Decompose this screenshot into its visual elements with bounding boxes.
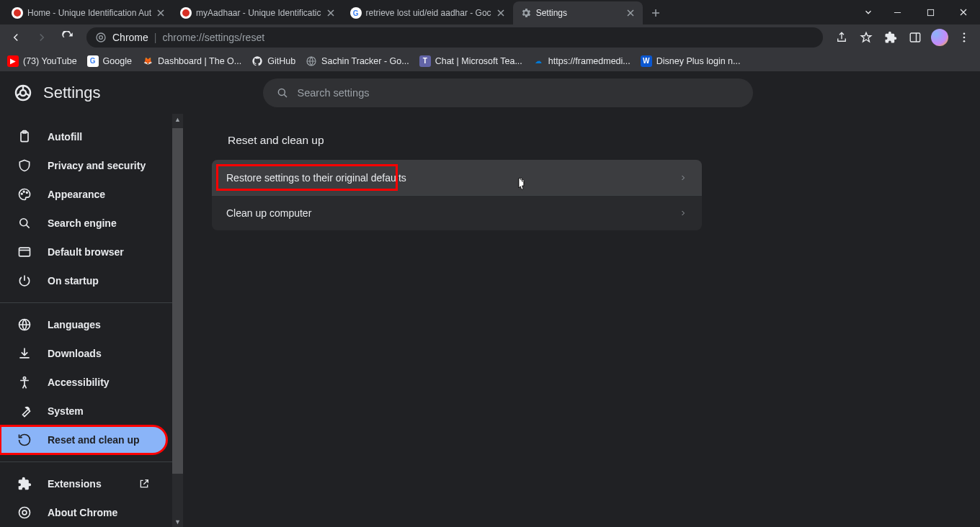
svg-point-20: [19, 508, 30, 518]
settings-header: Settings Search settings: [0, 72, 980, 114]
google-icon: G: [87, 55, 99, 67]
bookmark-item[interactable]: GitHub: [251, 55, 295, 67]
bookmark-favicon: W: [641, 55, 652, 67]
tab-0[interactable]: Home - Unique Identification Aut: [4, 1, 173, 24]
sidebar-item-extensions[interactable]: Extensions: [0, 469, 167, 498]
bookmark-item[interactable]: 🦊Dashboard | The O...: [142, 55, 241, 67]
window-controls: [856, 0, 980, 24]
maximize-button[interactable]: [914, 0, 947, 24]
sidebar-item-autofill[interactable]: Autofill: [0, 122, 167, 151]
bookmark-item[interactable]: GGoogle: [87, 55, 132, 67]
svg-point-15: [27, 192, 28, 194]
svg-point-13: [21, 193, 22, 194]
forward-button[interactable]: [30, 26, 53, 49]
bookmark-item[interactable]: TChat | Microsoft Tea...: [419, 55, 522, 67]
sidebar-item-languages[interactable]: Languages: [0, 310, 167, 339]
browser-icon: [17, 245, 32, 259]
sidebar-item-system[interactable]: System: [0, 397, 167, 425]
tab-title: Settings: [536, 8, 621, 18]
new-tab-button[interactable]: [646, 3, 666, 23]
cloud-icon: ☁: [533, 55, 544, 67]
sidebar-item-reset[interactable]: Reset and clean up: [0, 425, 167, 454]
extensions-icon[interactable]: [879, 26, 902, 49]
row-cleanup-computer[interactable]: Clean up computer: [212, 195, 702, 230]
sidebar-item-privacy[interactable]: Privacy and security: [0, 151, 167, 180]
sidebar-item-on-startup[interactable]: On startup: [0, 266, 167, 295]
search-placeholder: Search settings: [298, 87, 370, 99]
tab-favicon: G: [350, 7, 362, 19]
menu-icon[interactable]: [953, 26, 976, 49]
profile-avatar[interactable]: [928, 26, 951, 49]
scrollbar-track[interactable]: ▲ ▼: [172, 114, 183, 527]
wrench-icon: [17, 404, 32, 418]
tab-1[interactable]: myAadhaar - Unique Identificatic: [173, 1, 342, 24]
url-path: chrome://settings/reset: [162, 32, 264, 43]
svg-point-14: [23, 191, 24, 192]
minimize-button[interactable]: [881, 0, 914, 24]
bookmark-favicon: 🦊: [142, 55, 153, 67]
svg-point-16: [20, 219, 27, 226]
chrome-icon: [17, 505, 32, 520]
teams-icon: T: [419, 55, 431, 67]
close-icon[interactable]: [156, 8, 166, 18]
toolbar: Chrome | chrome://settings/reset: [0, 24, 980, 50]
sidebar-item-downloads[interactable]: Downloads: [0, 339, 167, 368]
section-title: Reset and clean up: [212, 134, 951, 147]
shield-icon: [17, 158, 32, 173]
back-button[interactable]: [4, 26, 27, 49]
bookmark-star-icon[interactable]: [855, 26, 878, 49]
settings-card: Restore settings to their original defau…: [212, 160, 702, 230]
restore-icon: [17, 433, 32, 447]
titlebar: Home - Unique Identification Aut myAadha…: [0, 0, 980, 24]
tab-title: myAadhaar - Unique Identificatic: [196, 8, 321, 18]
tab-2[interactable]: G retrieve lost uid/eid aadhar - Goc: [343, 1, 513, 24]
tab-3-active[interactable]: Settings: [513, 1, 643, 24]
github-icon: [251, 55, 263, 67]
sidepanel-icon[interactable]: [904, 26, 927, 49]
scrollbar-thumb[interactable]: [172, 128, 183, 474]
close-window-button[interactable]: [947, 0, 980, 24]
page-title: Settings: [43, 84, 101, 102]
sidebar-item-accessibility[interactable]: Accessibility: [0, 368, 167, 397]
chrome-icon: [95, 32, 107, 43]
accessibility-icon: [17, 375, 32, 389]
row-restore-defaults[interactable]: Restore settings to their original defau…: [212, 160, 702, 195]
sidebar-item-appearance[interactable]: Appearance: [0, 180, 167, 209]
svg-point-21: [22, 510, 27, 515]
address-bar[interactable]: Chrome | chrome://settings/reset: [86, 27, 823, 48]
scroll-up-arrow[interactable]: ▲: [172, 114, 183, 125]
sidebar-separator: [0, 302, 183, 303]
chevron-right-icon: [679, 174, 687, 182]
close-icon[interactable]: [326, 8, 336, 18]
search-icon: [276, 86, 289, 99]
bookmarks-bar: ▶(73) YouTube GGoogle 🦊Dashboard | The O…: [0, 50, 980, 72]
scroll-down-arrow[interactable]: ▼: [172, 516, 183, 527]
search-icon: [17, 216, 32, 230]
clipboard-icon: [17, 130, 32, 144]
bookmark-item[interactable]: Sachin Tracker - Go...: [306, 55, 409, 67]
svg-rect-0: [927, 9, 933, 15]
external-link-icon: [138, 478, 150, 490]
svg-point-4: [963, 32, 966, 35]
reload-button[interactable]: [56, 26, 79, 49]
tab-strip: Home - Unique Identification Aut myAadha…: [0, 0, 856, 24]
bookmark-item[interactable]: ▶(73) YouTube: [7, 55, 77, 67]
sidebar-separator: [0, 461, 183, 462]
sidebar-item-default-browser[interactable]: Default browser: [0, 238, 167, 266]
svg-rect-3: [910, 33, 920, 42]
close-icon[interactable]: [496, 8, 506, 18]
search-settings-input[interactable]: Search settings: [263, 78, 753, 107]
svg-point-2: [99, 36, 103, 40]
sidebar-item-about[interactable]: About Chrome: [0, 498, 167, 527]
svg-point-5: [963, 37, 966, 39]
tab-search-button[interactable]: [856, 0, 881, 24]
bookmark-item[interactable]: WDisney Plus login n...: [641, 55, 741, 67]
close-icon[interactable]: [625, 8, 636, 18]
sidebar-item-search-engine[interactable]: Search engine: [0, 209, 167, 238]
youtube-icon: ▶: [7, 55, 19, 67]
share-icon[interactable]: [830, 26, 853, 49]
svg-point-10: [278, 89, 285, 95]
tab-favicon: [12, 7, 23, 19]
chevron-right-icon: [679, 209, 687, 217]
bookmark-item[interactable]: ☁https://framedmedi...: [533, 55, 631, 67]
